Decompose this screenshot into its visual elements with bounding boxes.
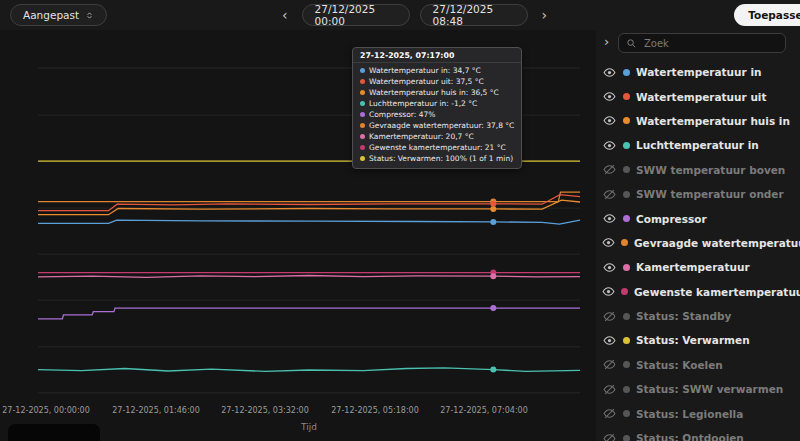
series-color-dot: [623, 142, 630, 149]
eye-icon[interactable]: [602, 285, 615, 298]
tooltip-series-value: Gevraagde watertemperatuur: 37,8 °C: [369, 121, 514, 130]
legend-item[interactable]: Kamertemperatuur: [602, 255, 800, 279]
legend-item[interactable]: Luchttemperatuur in: [602, 133, 800, 157]
eye-icon[interactable]: [602, 114, 617, 127]
legend-item[interactable]: Status: Legionella: [602, 401, 800, 425]
end-date-button[interactable]: 27/12/2025 08:48: [420, 4, 528, 26]
toolbar: Aangepast ‹ 27/12/2025 00:00 27/12/2025 …: [0, 0, 800, 30]
legend-search[interactable]: [618, 33, 786, 53]
series-color-dot: [360, 79, 365, 84]
legend-item[interactable]: Gevraagde watertemperatuur: [602, 231, 800, 255]
apply-button[interactable]: Toepassen: [734, 4, 800, 26]
cursor-marker: [490, 305, 496, 311]
eye-off-icon[interactable]: [602, 188, 617, 201]
tooltip-series-value: Kamertemperatuur: 20,7 °C: [369, 132, 474, 141]
search-icon: [626, 38, 637, 49]
tooltip-series-row: Watertemperatuur in: 34,7 °C: [360, 65, 514, 76]
series-color-dot: [623, 386, 630, 393]
tooltip-series-value: Gewenste kamertemperatuur: 21 °C: [369, 143, 506, 152]
tooltip-series-value: Compressor: 47%: [369, 110, 435, 119]
legend-item[interactable]: Watertemperatuur uit: [602, 84, 800, 108]
eye-off-icon[interactable]: [602, 310, 617, 323]
series-color-dot: [360, 68, 365, 73]
range-preset-dropdown[interactable]: Aangepast: [10, 4, 107, 26]
series-color-dot: [360, 134, 365, 139]
eye-icon[interactable]: [602, 90, 617, 103]
series-color-dot: [621, 288, 628, 295]
tooltip-series-value: Status: Verwarmen: 100% (1 of 1 min): [369, 154, 513, 163]
legend-item[interactable]: Status: Koelen: [602, 353, 800, 377]
legend-item[interactable]: Gewenste kamertemperatuur: [602, 280, 800, 304]
legend-item[interactable]: SWW temperatuur boven: [602, 158, 800, 182]
series-color-dot: [623, 191, 630, 198]
eye-off-icon[interactable]: [602, 163, 617, 176]
eye-off-icon[interactable]: [602, 358, 617, 371]
eye-off-icon[interactable]: [602, 432, 617, 441]
legend-item-label: Status: SWW verwarmen: [636, 383, 783, 395]
x-axis-tick-label: 27-12-2025, 07:04:00: [440, 406, 528, 415]
series-color-dot: [360, 145, 365, 150]
tooltip-series-row: Luchttemperatuur in: -1,2 °C: [360, 98, 514, 109]
legend-item-label: SWW temperatuur onder: [636, 188, 784, 200]
tooltip-rows: Watertemperatuur in: 34,7 °C Watertemper…: [353, 63, 521, 168]
series-color-dot: [623, 93, 630, 100]
legend-item[interactable]: Status: Standby: [602, 304, 800, 328]
series-color-dot: [623, 166, 630, 173]
x-axis-title: Tijd: [38, 422, 580, 432]
tooltip-series-value: Watertemperatuur uit: 37,5 °C: [369, 77, 484, 86]
legend-item[interactable]: SWW temperatuur onder: [602, 182, 800, 206]
series-color-dot: [623, 313, 630, 320]
legend-item[interactable]: Status: Ontdooien: [602, 426, 800, 441]
legend-item-label: Gewenste kamertemperatuur: [634, 286, 800, 298]
series-color-dot: [623, 215, 630, 222]
legend-item-label: Luchttemperatuur in: [636, 139, 759, 151]
search-input[interactable]: [642, 37, 778, 50]
eye-icon[interactable]: [602, 66, 617, 79]
eye-off-icon[interactable]: [602, 407, 617, 420]
eye-icon[interactable]: [602, 212, 617, 225]
legend-item[interactable]: Watertemperatuur in: [602, 60, 800, 84]
cursor-marker: [490, 367, 496, 373]
legend-item[interactable]: Status: Verwarmen: [602, 328, 800, 352]
date-range-controls: ‹ 27/12/2025 00:00 27/12/2025 08:48 ›: [278, 4, 551, 26]
series-color-dot: [360, 123, 365, 128]
series-color-dot: [621, 239, 628, 246]
legend-item[interactable]: Compressor: [602, 206, 800, 230]
x-axis-tick-label: 27-12-2025, 05:18:00: [331, 406, 419, 415]
x-axis: 27-12-2025, 00:00:0027-12-2025, 01:46:00…: [38, 406, 580, 418]
legend-item[interactable]: Watertemperatuur huis in: [602, 109, 800, 133]
partial-overlay-pill: [8, 424, 100, 441]
x-axis-tick-label: 27-12-2025, 03:32:00: [221, 406, 309, 415]
eye-off-icon[interactable]: [602, 383, 617, 396]
legend-list: Watertemperatuur in Watertemperatuur uit…: [602, 60, 800, 441]
legend-item-label: Watertemperatuur uit: [636, 91, 767, 103]
prev-range-button[interactable]: ‹: [278, 4, 292, 26]
chevron-up-down-icon: [85, 11, 94, 20]
start-date-button[interactable]: 27/12/2025 00:00: [302, 4, 410, 26]
tooltip-series-row: Compressor: 47%: [360, 109, 514, 120]
legend-item-label: Status: Ontdooien: [636, 432, 744, 441]
eye-icon[interactable]: [602, 261, 617, 274]
series-line: [38, 368, 580, 372]
legend-item[interactable]: Status: SWW verwarmen: [602, 377, 800, 401]
series-line: [38, 220, 580, 224]
legend-item-label: Status: Legionella: [636, 408, 743, 420]
series-color-dot: [623, 361, 630, 368]
eye-icon[interactable]: [602, 139, 617, 152]
eye-icon[interactable]: [602, 334, 617, 347]
legend-item-label: Watertemperatuur huis in: [636, 115, 790, 127]
x-axis-tick-label: 27-12-2025, 01:46:00: [112, 406, 200, 415]
series-line: [38, 276, 580, 278]
tooltip-series-row: Gewenste kamertemperatuur: 21 °C: [360, 142, 514, 153]
next-range-button[interactable]: ›: [538, 4, 552, 26]
sidebar-collapse-button[interactable]: ›: [598, 33, 615, 50]
series-color-dot: [623, 69, 630, 76]
tooltip-series-row: Gevraagde watertemperatuur: 37,8 °C: [360, 120, 514, 131]
chart-tooltip: 27-12-2025, 07:17:00 Watertemperatuur in…: [352, 47, 522, 169]
cursor-marker: [490, 219, 496, 225]
legend-item-label: Status: Standby: [636, 310, 731, 322]
series-color-dot: [360, 112, 365, 117]
eye-icon[interactable]: [602, 236, 615, 249]
series-line: [38, 200, 580, 215]
series-color-dot: [623, 435, 630, 441]
